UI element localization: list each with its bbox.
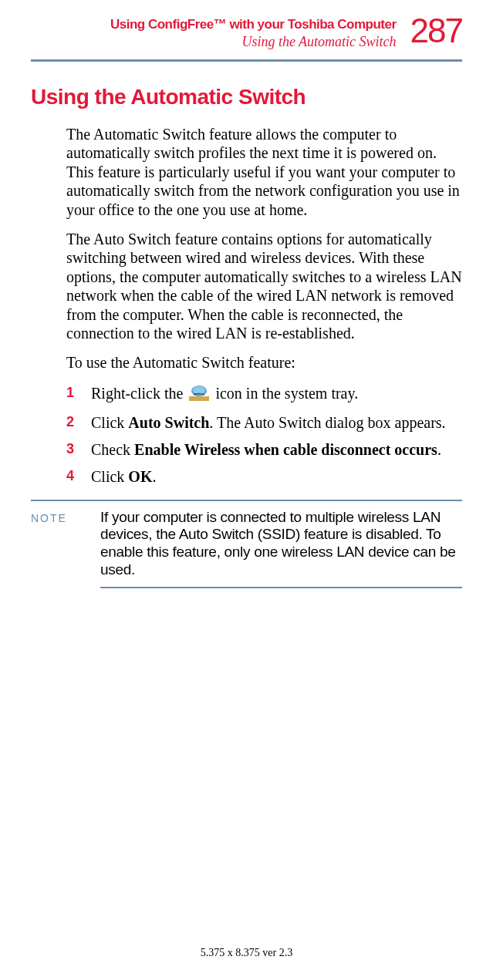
step-post: . The Auto Switch dialog box appears. xyxy=(209,414,445,431)
paragraph-2: The Auto Switch feature contains options… xyxy=(66,230,462,342)
step-list: 1 Right-click the icon in the system tra… xyxy=(66,383,462,487)
step-bold: Auto Switch xyxy=(128,414,209,431)
step-post: . xyxy=(152,468,156,485)
step-bold: OK xyxy=(128,468,152,485)
header-text-block: Using ConfigFree™ with your Toshiba Comp… xyxy=(110,14,397,50)
step-pre: Check xyxy=(91,441,134,458)
page-number: 287 xyxy=(410,14,462,48)
step-number: 3 xyxy=(66,439,91,458)
section-subtitle: Using the Automatic Switch xyxy=(110,34,397,50)
paragraph-3: To use the Automatic Switch feature: xyxy=(66,353,462,372)
page-container: Using ConfigFree™ with your Toshiba Comp… xyxy=(0,0,493,980)
step-pre: Right-click the xyxy=(91,385,187,402)
note-block: NOTE If your computer is connected to mu… xyxy=(31,501,462,587)
note-divider-bottom xyxy=(100,587,462,588)
step-item-4: 4 Click OK. xyxy=(66,466,462,487)
chapter-title: Using ConfigFree™ with your Toshiba Comp… xyxy=(110,17,397,32)
step-item-2: 2 Click Auto Switch. The Auto Switch dia… xyxy=(66,413,462,433)
step-pre: Click xyxy=(91,414,128,431)
step-number: 2 xyxy=(66,413,91,431)
svg-rect-0 xyxy=(189,396,209,401)
step-post: icon in the system tray. xyxy=(211,385,358,402)
main-heading: Using the Automatic Switch xyxy=(31,85,462,109)
note-text: If your computer is connected to multipl… xyxy=(100,509,462,579)
header-divider xyxy=(31,59,462,62)
step-text: Check Enable Wireless when cable disconn… xyxy=(91,439,462,460)
step-bold: Enable Wireless when cable disconnect oc… xyxy=(134,441,437,458)
step-number: 4 xyxy=(66,466,91,485)
step-number: 1 xyxy=(66,383,91,402)
step-pre: Click xyxy=(91,468,128,485)
step-text: Right-click the icon in the system tray. xyxy=(91,383,462,406)
page-header: Using ConfigFree™ with your Toshiba Comp… xyxy=(31,14,462,50)
step-item-3: 3 Check Enable Wireless when cable disco… xyxy=(66,439,462,460)
page-footer: 5.375 x 8.375 ver 2.3 xyxy=(0,947,493,959)
configfree-tray-icon xyxy=(189,384,209,406)
body-content: The Automatic Switch feature allows the … xyxy=(31,125,462,487)
step-text: Click Auto Switch. The Auto Switch dialo… xyxy=(91,413,462,433)
step-post: . xyxy=(437,441,441,458)
step-text: Click OK. xyxy=(91,466,462,487)
note-label: NOTE xyxy=(31,509,100,524)
step-item-1: 1 Right-click the icon in the system tra… xyxy=(66,383,462,406)
svg-point-2 xyxy=(193,386,205,394)
paragraph-1: The Automatic Switch feature allows the … xyxy=(66,125,462,219)
